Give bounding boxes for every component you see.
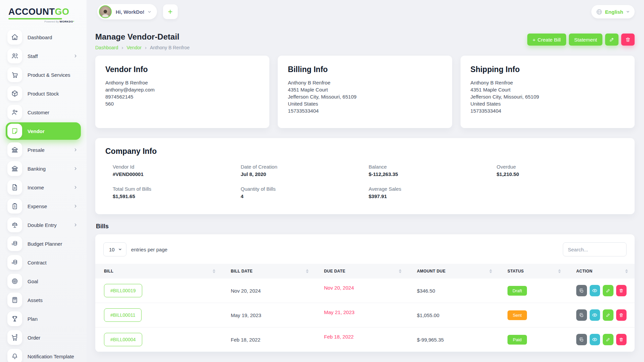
statement-button[interactable]: Statement: [569, 34, 602, 46]
sidebar-item-notification-template[interactable]: Notification Template: [6, 348, 81, 362]
company-info-title: Company Info: [105, 147, 625, 156]
shipping-name: Anthony B Renfroe: [471, 79, 625, 86]
logo-text-go: GO: [55, 7, 69, 17]
due-date: May 21, 2023: [324, 309, 355, 315]
bills-card: 10 entries per page Bill Bill Date Due D…: [95, 234, 635, 352]
app-logo[interactable]: ACCOUNTGO Powered By WORKDO*: [6, 5, 75, 23]
globe-icon: [596, 9, 602, 15]
sidebar-item-order[interactable]: Order: [6, 329, 81, 346]
duplicate-button[interactable]: [576, 285, 587, 296]
column-header-bill[interactable]: Bill: [95, 264, 222, 279]
bill-number-link[interactable]: #BILL00019: [104, 284, 142, 297]
shipping-phone: 15733533404: [471, 107, 625, 114]
view-button[interactable]: [590, 309, 600, 321]
sidebar-item-goal[interactable]: Goal: [6, 273, 81, 290]
field-vendor-id: Vendor Id #VEND00001: [113, 164, 241, 177]
delete-vendor-button[interactable]: [621, 34, 635, 46]
user-greeting: Hi, WorkDo!: [116, 9, 145, 15]
chevron-right-icon: [73, 185, 77, 189]
amount-due: $-99,965.35: [408, 327, 499, 352]
chevron-right-icon: [73, 204, 77, 208]
bill-date: Nov 20, 2024: [222, 279, 315, 303]
sidebar-item-budget-planner[interactable]: $ Budget Planner: [6, 235, 81, 252]
pencil-icon: [606, 337, 610, 342]
due-date: Feb 18, 2022: [324, 334, 354, 340]
search-input[interactable]: [563, 242, 627, 256]
sidebar-item-presale[interactable]: Presale: [6, 141, 81, 159]
bill-date: May 19, 2023: [222, 303, 315, 327]
billing-name: Anthony B Renfroe: [288, 79, 442, 86]
amount-due: $1,055.00: [408, 303, 499, 327]
sidebar-item-double-entry[interactable]: Double Entry: [6, 216, 81, 234]
user-menu[interactable]: Hi, WorkDo!: [97, 4, 157, 19]
amount-due: $346.50: [408, 279, 499, 303]
duplicate-button[interactable]: [576, 334, 587, 345]
sort-icon: [213, 269, 215, 273]
users-icon: [7, 49, 22, 63]
box-icon: [7, 86, 22, 101]
delete-button[interactable]: [616, 285, 627, 296]
bills-section-title: Bills: [96, 223, 635, 230]
column-header-due-date[interactable]: Due Date: [315, 264, 408, 279]
sidebar-item-banking[interactable]: Banking: [6, 160, 81, 177]
edit-button[interactable]: [603, 334, 613, 345]
sidebar-item-staff[interactable]: Staff: [6, 47, 81, 65]
coins-dollar-icon: $: [7, 236, 22, 251]
logo-underline: [8, 18, 62, 19]
chevron-right-icon: [73, 223, 77, 227]
pencil-icon: [606, 288, 610, 293]
breadcrumb-current: Anthony B Renfroe: [150, 45, 190, 50]
entries-per-page-select[interactable]: 10: [103, 242, 126, 256]
sidebar-item-assets[interactable]: Assets: [6, 291, 81, 309]
edit-button[interactable]: [603, 309, 613, 321]
due-date: Nov 20, 2024: [324, 285, 354, 291]
sidebar-item-customer[interactable]: Customer: [6, 104, 81, 121]
column-header-amount-due[interactable]: Amount Due: [408, 264, 499, 279]
sort-icon: [558, 269, 561, 273]
view-button[interactable]: [590, 285, 600, 296]
clipboard-dollar-icon: $: [7, 199, 22, 214]
sidebar-item-plan[interactable]: Plan: [6, 310, 81, 327]
sort-icon: [625, 269, 628, 273]
column-header-status[interactable]: Status: [499, 264, 568, 279]
sidebar-item-vendor[interactable]: Vendor: [6, 122, 81, 140]
field-date-of-creation: Date of Creation Jul 8, 2020: [241, 164, 369, 177]
breadcrumb-dashboard[interactable]: Dashboard: [95, 45, 118, 50]
sidebar-item-income[interactable]: Income: [6, 179, 81, 196]
column-header-bill-date[interactable]: Bill Date: [222, 264, 315, 279]
sidebar-item-product-services[interactable]: Product & Services: [6, 66, 81, 83]
main-content: Manage Vendor-Detail Dashboard › Vendor …: [87, 23, 644, 352]
sidebar: ACCOUNTGO Powered By WORKDO* Dashboard S…: [0, 0, 87, 362]
breadcrumb-vendor[interactable]: Vendor: [127, 45, 142, 50]
column-header-action[interactable]: Action: [568, 264, 635, 279]
logo-powered-by: Powered By WORKDO*: [8, 20, 74, 23]
sidebar-item-contract[interactable]: $ Contract: [6, 254, 81, 271]
delete-button[interactable]: [616, 309, 627, 321]
create-bill-button[interactable]: +Create Bill: [527, 34, 566, 46]
eye-icon: [592, 312, 597, 318]
sidebar-item-expense[interactable]: $ Expense: [6, 197, 81, 215]
delete-button[interactable]: [616, 334, 627, 345]
sidebar-item-dashboard[interactable]: Dashboard: [6, 28, 81, 46]
edit-button[interactable]: [603, 285, 613, 296]
trash-icon: [619, 288, 624, 293]
view-button[interactable]: [590, 334, 600, 345]
duplicate-button[interactable]: [576, 309, 587, 321]
chevron-right-icon: [73, 148, 77, 152]
trash-icon: [625, 37, 631, 42]
plus-icon: +: [533, 37, 536, 43]
bill-number-link[interactable]: #BILL00004: [104, 333, 142, 346]
edit-vendor-button[interactable]: [605, 34, 619, 46]
language-selector[interactable]: English: [591, 5, 635, 18]
chevron-down-icon: [626, 10, 630, 14]
billing-info-card: Billing Info Anthony B Renfroe 4351 Mapl…: [278, 56, 452, 128]
chevron-right-icon: [73, 167, 77, 171]
bill-number-link[interactable]: #BILL00011: [104, 308, 142, 322]
eye-icon: [592, 337, 597, 342]
cart-icon: [7, 67, 22, 82]
sidebar-item-product-stock[interactable]: Product Stock: [6, 85, 81, 102]
add-workspace-button[interactable]: +: [163, 4, 178, 19]
trash-icon: [619, 313, 624, 317]
pencil-icon: [606, 313, 610, 317]
trash-icon: [619, 337, 624, 342]
